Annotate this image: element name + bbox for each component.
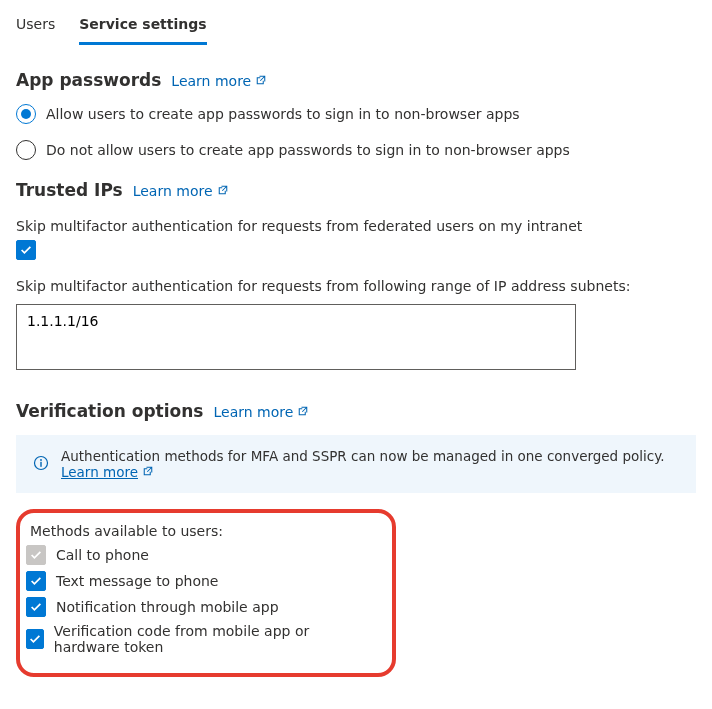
verification-title: Verification options [16, 401, 203, 421]
skip-subnets-label: Skip multifactor authentication for requ… [16, 278, 696, 294]
verification-info-banner: Authentication methods for MFA and SSPR … [16, 435, 696, 493]
tab-service-settings[interactable]: Service settings [79, 12, 206, 45]
method-row-code: Verification code from mobile app or har… [26, 623, 378, 655]
learn-more-label: Learn more [133, 183, 213, 199]
section-verification-head: Verification options Learn more [16, 401, 696, 421]
method-notify-label: Notification through mobile app [56, 599, 279, 615]
method-row-call: Call to phone [26, 545, 378, 565]
method-call-label: Call to phone [56, 547, 149, 563]
section-app-passwords-head: App passwords Learn more [16, 70, 696, 90]
info-icon [33, 455, 49, 474]
learn-more-label: Learn more [213, 404, 293, 420]
method-text-label: Text message to phone [56, 573, 218, 589]
method-row-text: Text message to phone [26, 571, 378, 591]
method-code-label: Verification code from mobile app or har… [54, 623, 378, 655]
banner-msg: Authentication methods for MFA and SSPR … [61, 448, 665, 464]
section-trusted-ips-head: Trusted IPs Learn more [16, 180, 696, 200]
checkbox-skip-federated[interactable] [16, 240, 36, 260]
checkbox-text-to-phone[interactable] [26, 571, 46, 591]
external-link-icon [297, 404, 309, 420]
methods-highlight-box: Methods available to users: Call to phon… [16, 509, 396, 677]
external-link-icon [142, 464, 154, 480]
radio-deny-label: Do not allow users to create app passwor… [46, 142, 570, 158]
external-link-icon [217, 183, 229, 199]
ip-subnets-input[interactable] [16, 304, 576, 370]
learn-more-label: Learn more [171, 73, 251, 89]
radio-deny-app-passwords[interactable] [16, 140, 36, 160]
method-row-notify: Notification through mobile app [26, 597, 378, 617]
trusted-ips-learn-more-link[interactable]: Learn more [133, 183, 229, 199]
app-passwords-title: App passwords [16, 70, 161, 90]
radio-allow-label: Allow users to create app passwords to s… [46, 106, 520, 122]
banner-learn-more-link[interactable]: Learn more [61, 464, 154, 480]
trusted-ips-title: Trusted IPs [16, 180, 123, 200]
skip-federated-label: Skip multifactor authentication for requ… [16, 218, 696, 234]
verification-learn-more-link[interactable]: Learn more [213, 404, 309, 420]
methods-heading: Methods available to users: [30, 523, 378, 539]
tabs: Users Service settings [16, 12, 696, 46]
radio-allow-app-passwords[interactable] [16, 104, 36, 124]
external-link-icon [255, 73, 267, 89]
checkbox-verification-code[interactable] [26, 629, 44, 649]
tab-users[interactable]: Users [16, 12, 55, 45]
checkbox-call-to-phone [26, 545, 46, 565]
app-passwords-learn-more-link[interactable]: Learn more [171, 73, 267, 89]
checkbox-notification-app[interactable] [26, 597, 46, 617]
banner-link-label: Learn more [61, 464, 138, 480]
banner-text: Authentication methods for MFA and SSPR … [61, 448, 679, 480]
app-passwords-allow-row: Allow users to create app passwords to s… [16, 104, 696, 124]
app-passwords-deny-row: Do not allow users to create app passwor… [16, 140, 696, 160]
